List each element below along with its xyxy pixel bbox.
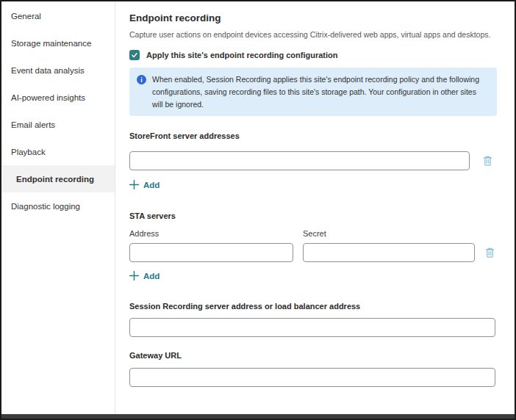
sta-servers-row: Address Secret	[129, 229, 515, 262]
info-banner-text: When enabled, Session Recording applies …	[152, 73, 487, 110]
sidebar-item-general[interactable]: General	[1, 2, 115, 29]
apply-config-label: Apply this site's endpoint recording con…	[146, 51, 338, 59]
window-bottom-edge	[1, 414, 515, 419]
gateway-url-input[interactable]	[129, 368, 495, 387]
sidebar-item-storage-maintenance[interactable]: Storage maintenance	[1, 29, 115, 57]
storefront-add-label: Add	[143, 181, 160, 189]
sidebar-item-playback[interactable]: Playback	[1, 138, 115, 165]
sr-server-input[interactable]	[129, 318, 495, 337]
endpoint-recording-panel: Endpoint recording Capture user actions …	[115, 1, 515, 414]
sta-address-column: Address	[129, 229, 293, 262]
sta-address-label: Address	[129, 229, 293, 238]
sta-add-button[interactable]: Add	[129, 271, 160, 280]
sidebar-item-endpoint-recording[interactable]: Endpoint recording	[1, 165, 115, 192]
sidebar-item-email-alerts[interactable]: Email alerts	[1, 111, 115, 138]
page-description: Capture user actions on endpoint devices…	[129, 30, 515, 39]
settings-sidebar: General Storage maintenance Event data a…	[1, 1, 115, 414]
apply-config-checkbox[interactable]	[129, 50, 140, 60]
storefront-address-input[interactable]	[129, 151, 470, 170]
sta-delete-button[interactable]	[484, 247, 495, 258]
plus-icon	[129, 180, 139, 189]
storefront-label: StoreFront server addresses	[129, 131, 515, 140]
trash-icon	[484, 247, 495, 258]
window-body: General Storage maintenance Event data a…	[1, 1, 515, 414]
storefront-row	[129, 151, 515, 170]
storefront-delete-button[interactable]	[482, 155, 493, 167]
sidebar-item-event-data-analysis[interactable]: Event data analysis	[1, 57, 115, 84]
page-title: Endpoint recording	[129, 12, 515, 23]
gateway-url-label: Gateway URL	[129, 351, 515, 360]
sta-secret-label: Secret	[303, 229, 475, 238]
sta-address-input[interactable]	[129, 243, 293, 262]
trash-icon	[482, 155, 493, 167]
info-banner: i When enabled, Session Recording applie…	[129, 68, 497, 116]
sta-add-label: Add	[143, 272, 160, 280]
storefront-add-button[interactable]: Add	[129, 180, 160, 189]
sta-servers-label: STA servers	[129, 211, 515, 220]
sta-secret-column: Secret	[303, 229, 475, 262]
settings-window: General Storage maintenance Event data a…	[0, 0, 516, 420]
sidebar-item-ai-powered-insights[interactable]: AI-powered insights	[1, 84, 115, 111]
check-icon	[131, 51, 138, 59]
sta-secret-input[interactable]	[303, 243, 475, 262]
sidebar-item-diagnostic-logging[interactable]: Diagnostic logging	[1, 192, 115, 220]
info-icon: i	[137, 75, 146, 84]
apply-config-row: Apply this site's endpoint recording con…	[129, 50, 515, 60]
sr-server-label: Session Recording server address or load…	[129, 302, 515, 311]
plus-icon	[129, 271, 139, 280]
